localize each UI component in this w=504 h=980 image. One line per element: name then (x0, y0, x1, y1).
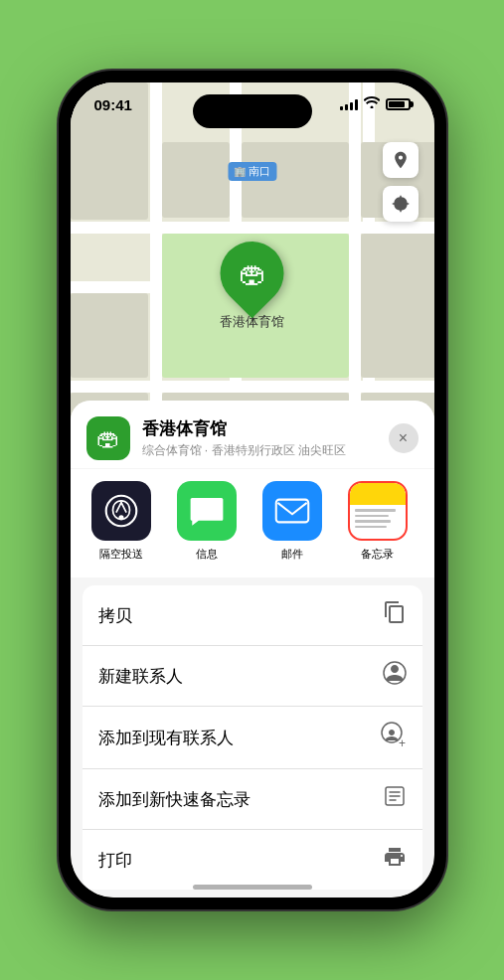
venue-info: 香港体育馆 综合体育馆 · 香港特别行政区 油尖旺区 (142, 417, 377, 459)
print-label: 打印 (98, 849, 132, 872)
share-scroll: 隔空投送 信息 (86, 481, 419, 566)
quick-note-icon (383, 784, 407, 814)
airdrop-label: 隔空投送 (99, 547, 143, 562)
bottom-sheet: 🏟 香港体育馆 综合体育馆 · 香港特别行政区 油尖旺区 × (71, 401, 434, 898)
action-new-contact[interactable]: 新建联系人 (83, 646, 422, 707)
venue-icon: 🏟 (86, 416, 130, 460)
airdrop-icon (91, 481, 151, 541)
pin-marker: 🏟 (207, 229, 297, 319)
battery-icon (386, 98, 411, 110)
phone-screen: 09:41 (71, 82, 434, 898)
action-copy[interactable]: 拷贝 (83, 585, 422, 646)
share-item-mail[interactable]: 邮件 (257, 481, 327, 562)
share-row: 隔空投送 信息 (71, 469, 434, 577)
sheet-header: 🏟 香港体育馆 综合体育馆 · 香港特别行政区 油尖旺区 × (71, 401, 434, 468)
map-label: 🏢 南口 (228, 162, 276, 181)
messages-icon (177, 481, 237, 541)
copy-icon (383, 600, 407, 630)
print-icon (383, 845, 407, 875)
location-pin: 🏟 香港体育馆 (220, 242, 284, 331)
mail-label: 邮件 (281, 547, 303, 562)
status-icons (340, 96, 411, 111)
copy-label: 拷贝 (98, 604, 132, 627)
add-contact-label: 添加到现有联系人 (98, 727, 234, 749)
notes-label: 备忘录 (361, 547, 394, 562)
venue-name: 香港体育馆 (142, 417, 377, 440)
close-button[interactable]: × (389, 423, 419, 453)
quick-note-label: 添加到新快速备忘录 (98, 788, 251, 811)
add-contact-icon: + (381, 722, 407, 753)
svg-text:+: + (399, 736, 406, 747)
notes-icon (348, 481, 408, 541)
svg-rect-2 (275, 500, 308, 523)
wifi-icon (364, 96, 380, 111)
dynamic-island (193, 94, 312, 128)
signal-bars-icon (340, 98, 358, 110)
share-item-airdrop[interactable]: 隔空投送 (86, 481, 156, 562)
home-indicator (193, 885, 312, 890)
mail-icon (262, 481, 322, 541)
messages-label: 信息 (196, 547, 218, 562)
venue-subtitle: 综合体育馆 · 香港特别行政区 油尖旺区 (142, 442, 377, 459)
map-location-button[interactable] (383, 186, 419, 222)
action-print[interactable]: 打印 (83, 830, 422, 890)
svg-point-1 (118, 515, 123, 520)
map-layer-button[interactable] (383, 142, 419, 178)
new-contact-label: 新建联系人 (98, 665, 183, 688)
action-list: 拷贝 新建联系人 (83, 585, 422, 890)
new-contact-icon (383, 661, 407, 691)
phone-frame: 09:41 (59, 71, 446, 909)
action-add-contact[interactable]: 添加到现有联系人 + (83, 707, 422, 769)
stadium-icon: 🏟 (239, 257, 266, 290)
share-item-messages[interactable]: 信息 (172, 481, 242, 562)
share-item-notes[interactable]: 备忘录 (343, 481, 413, 562)
action-quick-note[interactable]: 添加到新快速备忘录 (83, 769, 422, 830)
